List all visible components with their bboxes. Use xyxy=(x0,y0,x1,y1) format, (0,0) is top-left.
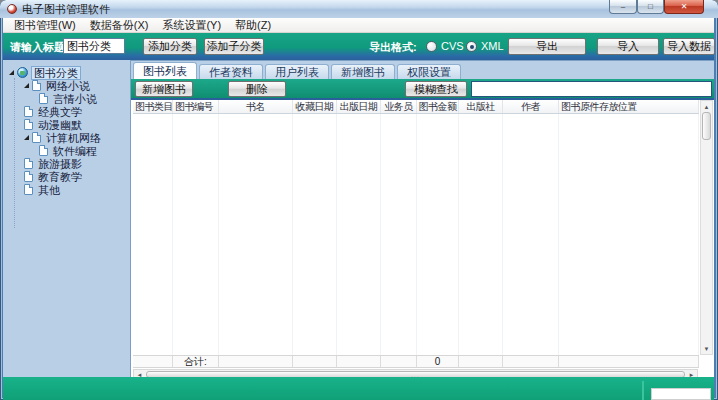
tree-item-label: 软件编程 xyxy=(51,145,99,157)
column-header-publisher[interactable]: 出版社 xyxy=(459,100,503,113)
page-icon xyxy=(39,93,48,104)
menu-item-book-management[interactable]: 图书管理(W) xyxy=(7,18,83,32)
tree-item-book-category[interactable]: 图书分类 xyxy=(3,66,130,79)
maximize-button[interactable]: □ xyxy=(637,0,664,14)
export-button[interactable]: 导出 xyxy=(508,38,586,55)
tab-permission-settings[interactable]: 权限设置 xyxy=(397,64,461,79)
tree-item-label: 其他 xyxy=(36,184,62,196)
tree-item-label: 图书分类 xyxy=(31,66,81,80)
scroll-down-icon[interactable]: ▼ xyxy=(702,344,711,353)
footer-cell xyxy=(337,356,381,367)
page-icon xyxy=(24,106,33,117)
table-header: 图书类目 图书编号 书名 收藏日期 出版日期 业务员 图书金额 出版社 作者 图… xyxy=(133,100,699,114)
body-column xyxy=(503,114,559,355)
expand-arrow-icon[interactable] xyxy=(24,83,29,88)
export-format-label: 导出格式: xyxy=(369,40,417,55)
column-header-author[interactable]: 作者 xyxy=(503,100,559,113)
tree-item-label: 言情小说 xyxy=(51,93,99,105)
tree-item-education-teaching[interactable]: 教育教学 xyxy=(3,170,130,183)
column-header-salesperson[interactable]: 业务员 xyxy=(381,100,417,113)
maximize-icon: □ xyxy=(648,2,653,11)
total-label: 合计: xyxy=(173,356,219,367)
tab-user-list[interactable]: 用户列表 xyxy=(265,64,329,79)
tree-item-web-novel[interactable]: 网络小说 xyxy=(3,79,130,92)
format-option-xml[interactable]: XML xyxy=(466,40,504,52)
page-icon xyxy=(32,80,41,91)
tab-add-book[interactable]: 新增图书 xyxy=(331,64,395,79)
fuzzy-search-button[interactable]: 模糊查找 xyxy=(405,81,467,97)
body-column xyxy=(459,114,503,355)
footer-cell xyxy=(381,356,417,367)
import-data-button[interactable]: 导入数据 xyxy=(663,38,715,55)
scroll-up-icon[interactable]: ▲ xyxy=(702,102,711,111)
column-header-publish-date[interactable]: 出版日期 xyxy=(337,100,381,113)
menu-item-system-settings[interactable]: 系统设置(Y) xyxy=(155,18,228,32)
page-icon xyxy=(39,145,48,156)
vertical-scrollbar-thumb[interactable] xyxy=(702,112,711,140)
tab-book-list[interactable]: 图书列表 xyxy=(133,62,197,79)
menu-item-data-backup[interactable]: 数据备份(X) xyxy=(83,18,156,32)
column-header-collect-date[interactable]: 收藏日期 xyxy=(293,100,337,113)
tree-item-classic-literature[interactable]: 经典文学 xyxy=(3,105,130,118)
toolbar: 请输入标题: 添加分类 添加子分类 导出格式: CVS XML 导出 导入 导入… xyxy=(3,33,714,60)
column-header-category[interactable]: 图书类目 xyxy=(133,100,173,113)
tree-item-computer-network[interactable]: 计算机网络 xyxy=(3,131,130,144)
search-input[interactable] xyxy=(471,81,712,97)
page-icon xyxy=(32,132,41,143)
footer-cell xyxy=(219,356,293,367)
tree-item-software-programming[interactable]: 软件编程 xyxy=(3,144,130,157)
column-header-book-name[interactable]: 书名 xyxy=(219,100,293,113)
body-column xyxy=(219,114,293,355)
minimize-button[interactable]: – xyxy=(609,0,637,14)
titlebar[interactable]: 电子图书管理软件 – □ ✕ xyxy=(0,0,718,18)
tree-item-comic-humor[interactable]: 动漫幽默 xyxy=(3,118,130,131)
tree-item-label: 教育教学 xyxy=(36,171,84,183)
tab-author-info[interactable]: 作者资料 xyxy=(199,64,263,79)
body-column xyxy=(381,114,417,355)
title-input-label: 请输入标题: xyxy=(10,40,69,55)
format-option-cvs[interactable]: CVS xyxy=(426,40,464,52)
app-window: 电子图书管理软件 – □ ✕ 图书管理(W) 数据备份(X) 系统设置(Y) 帮… xyxy=(0,0,718,400)
menu-item-help[interactable]: 帮助(Z) xyxy=(228,18,278,32)
import-button[interactable]: 导入 xyxy=(597,38,659,55)
tree-item-label: 网络小说 xyxy=(44,80,92,92)
add-subcategory-button[interactable]: 添加子分类 xyxy=(204,38,264,55)
category-tree: 图书分类 网络小说 言情小说 经典文学 动漫幽默 计算机网络 软件编程 xyxy=(3,60,131,377)
tree-item-label: 动漫幽默 xyxy=(36,119,84,131)
globe-icon xyxy=(17,67,28,78)
tree-item-travel-photography[interactable]: 旅游摄影 xyxy=(3,157,130,170)
title-input[interactable] xyxy=(63,38,125,54)
close-button[interactable]: ✕ xyxy=(664,0,704,14)
tab-bar: 图书列表 作者资料 用户列表 新增图书 权限设置 xyxy=(131,61,714,79)
column-header-book-amount[interactable]: 图书金额 xyxy=(417,100,459,113)
delete-button[interactable]: 删除 xyxy=(228,81,286,97)
vertical-scrollbar[interactable]: ▲ ▼ xyxy=(700,100,713,355)
body-column xyxy=(173,114,219,355)
table-footer: 合计: 0 xyxy=(133,355,699,368)
tree-item-label: 经典文学 xyxy=(36,106,84,118)
close-icon: ✕ xyxy=(681,2,688,11)
total-value: 0 xyxy=(417,356,459,367)
window-title: 电子图书管理软件 xyxy=(22,2,110,17)
tree-item-romance-novel[interactable]: 言情小说 xyxy=(3,92,130,105)
page-icon xyxy=(24,184,33,195)
expand-arrow-icon[interactable] xyxy=(9,70,14,75)
footer-cell xyxy=(293,356,337,367)
bottom-right-panel[interactable] xyxy=(651,388,711,400)
tree-item-other[interactable]: 其他 xyxy=(3,183,130,196)
body-column xyxy=(133,114,173,355)
column-header-storage-location[interactable]: 图书原件存放位置 xyxy=(559,100,699,113)
bottom-status-bar xyxy=(3,377,714,400)
window-controls: – □ ✕ xyxy=(609,0,704,14)
add-category-button[interactable]: 添加分类 xyxy=(143,38,197,55)
footer-cell xyxy=(459,356,503,367)
add-book-button[interactable]: 新增图书 xyxy=(135,81,193,97)
menubar: 图书管理(W) 数据备份(X) 系统设置(Y) 帮助(Z) xyxy=(3,18,714,33)
action-bar: 新增图书 删除 模糊查找 xyxy=(131,79,714,100)
column-header-book-id[interactable]: 图书编号 xyxy=(173,100,219,113)
radio-cvs-label: CVS xyxy=(441,40,464,52)
expand-arrow-icon[interactable] xyxy=(24,135,29,140)
body-column xyxy=(417,114,459,355)
radio-xml-icon xyxy=(466,41,477,52)
radio-cvs-icon xyxy=(426,41,437,52)
